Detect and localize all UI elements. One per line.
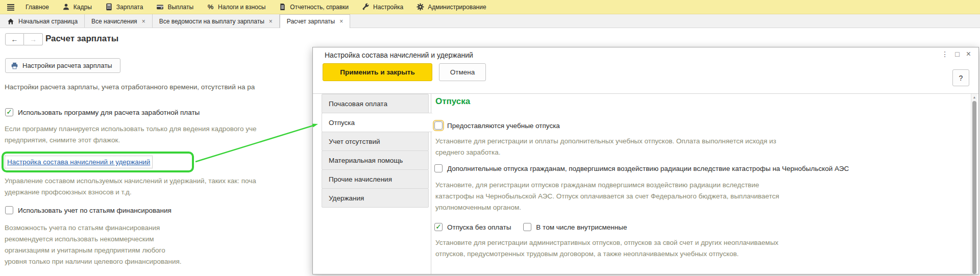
scrollbar-thumb[interactable]: [972, 101, 976, 274]
unpaid-leave-hint: Установите для регистрации административ…: [435, 237, 778, 260]
scroll-up-icon[interactable]: ▲: [971, 95, 977, 99]
sidebar-tab-label: Отпуска: [329, 119, 355, 127]
tab-bar: Начальная страница Все начисления × Все …: [0, 14, 980, 28]
hint-line: уполномоченным органом.: [435, 202, 779, 213]
unpaid-leave-group: ✓ Отпуска без оплаты: [434, 223, 511, 231]
printer-icon: [11, 62, 18, 69]
calculator-icon: [105, 3, 113, 11]
tab-label: Начальная страница: [18, 18, 78, 25]
menu-item-label: Администрирование: [428, 4, 486, 11]
menu-item-administrirovanie[interactable]: Администрирование: [410, 0, 493, 14]
people-icon: [62, 3, 70, 11]
home-icon: [7, 17, 14, 25]
composition-settings-link[interactable]: Настройка состава начислений и удержаний: [7, 158, 150, 166]
composition-settings-dialog: Настройка состава начислений и удержаний…: [312, 47, 979, 274]
help-button[interactable]: ?: [952, 69, 969, 86]
apply-and-close-button[interactable]: Применить и закрыть: [323, 63, 432, 81]
help-icon: ?: [959, 74, 963, 82]
use-program-checkbox[interactable]: ✓: [5, 108, 13, 116]
study-leave-checkbox[interactable]: [434, 121, 443, 130]
tab-home[interactable]: Начальная страница: [0, 14, 85, 28]
financing-label: Использовать учет по статьям финансирова…: [18, 207, 172, 214]
intrashift-checkbox[interactable]: [523, 223, 531, 231]
sidebar-tab-materialnaya-pomosch[interactable]: Материальная помощь: [322, 150, 429, 170]
cancel-button[interactable]: Отмена: [439, 63, 486, 81]
use-program-label: Использовать программу для расчета зараб…: [18, 109, 200, 116]
menu-item-otchetnost[interactable]: Отчетность, справки: [272, 0, 355, 14]
maximize-icon[interactable]: □: [955, 51, 959, 58]
close-icon[interactable]: ×: [966, 50, 971, 58]
link-hint: Управление составом используемых начисле…: [5, 175, 256, 198]
hint-line: Установите, для регистрации отпусков гра…: [435, 180, 779, 191]
hint-line: Возможность учета по статьям финансирова…: [5, 222, 182, 234]
tab-raschet-zarplaty[interactable]: Расчет зарплаты ×: [280, 14, 350, 28]
menu-item-label: Налоги и взносы: [218, 4, 265, 11]
forward-button[interactable]: →: [24, 33, 43, 45]
tab-label: Расчет зарплаты: [287, 18, 335, 25]
sidebar-tab-otpuska[interactable]: Отпуска: [322, 113, 432, 132]
tab-label: Все ведомости на выплату зарплаты: [159, 18, 264, 25]
sidebar-tab-prochie-nachisleniya[interactable]: Прочие начисления: [322, 169, 429, 189]
hint-line: Управление составом используемых начисле…: [5, 175, 256, 187]
main-menu-button[interactable]: [2, 0, 19, 14]
dialog-scrollbar[interactable]: ▲: [971, 94, 977, 274]
unpaid-leave-checkbox[interactable]: ✓: [434, 223, 443, 231]
menu-item-kadry[interactable]: Кадры: [56, 0, 99, 14]
menu-item-label: Отчетность, справки: [290, 4, 349, 11]
hint-line: рекомендуется использовать некоммерчески…: [5, 234, 182, 245]
hint-line: Установите для регистрации административ…: [435, 237, 778, 248]
menu-item-zarplata[interactable]: Зарплата: [99, 0, 150, 14]
menu-item-label: Кадры: [74, 4, 92, 11]
menu-item-label: Главное: [26, 4, 49, 11]
financing-checkbox[interactable]: [5, 206, 13, 214]
top-menu-bar: Главное Кадры Зарплата Выплаты % Налоги …: [0, 0, 980, 14]
kebab-menu-icon[interactable]: ⋮: [941, 51, 948, 58]
back-icon: ←: [11, 35, 18, 43]
sidebar-tab-label: Удержания: [329, 194, 364, 202]
panel-heading: Отпуска: [435, 96, 470, 107]
hamburger-icon: [7, 3, 14, 11]
sidebar-tab-pochasovaya[interactable]: Почасовая оплата: [322, 94, 429, 113]
sidebar-tab-uderzhaniya[interactable]: Удержания: [322, 188, 429, 208]
salary-settings-button[interactable]: Настройки расчета зарплаты: [5, 58, 120, 73]
study-leave-label: Предоставляются учебные отпуска: [447, 122, 560, 130]
report-icon: [279, 3, 286, 11]
sidebar-tab-uchet-otsutstviy[interactable]: Учет отсутствий: [322, 132, 429, 151]
hint-line: уровня только при наличии целевого финан…: [5, 256, 182, 267]
dialog-title: Настройка состава начислений и удержаний: [325, 51, 473, 59]
sidebar-tab-label: Почасовая оплата: [329, 100, 387, 108]
financing-row: Использовать учет по статьям финансирова…: [5, 206, 172, 214]
chernobyl-leave-checkbox[interactable]: [434, 164, 443, 172]
app-window: Главное Кадры Зарплата Выплаты % Налоги …: [0, 0, 980, 276]
financing-hint: Возможность учета по статьям финансирова…: [5, 222, 182, 267]
back-button[interactable]: ←: [5, 33, 24, 45]
check-icon: ✓: [6, 108, 12, 115]
percent-icon: %: [207, 3, 214, 11]
close-icon[interactable]: ×: [142, 18, 145, 25]
forward-icon: →: [30, 35, 37, 43]
intro-text: Настройки расчета зарплаты, учета отрабо…: [5, 83, 255, 91]
use-program-hint: Если программу планируется использовать …: [5, 123, 257, 146]
menu-item-label: Зарплата: [116, 4, 143, 11]
chernobyl-leave-hint: Установите, для регистрации отпусков гра…: [435, 180, 779, 213]
menu-item-label: Выплаты: [167, 4, 193, 11]
sidebar-tab-label: Материальная помощь: [329, 157, 403, 164]
menu-item-nalogi[interactable]: % Налоги и взносы: [200, 0, 272, 14]
menu-item-glavnoe[interactable]: Главное: [19, 0, 56, 14]
study-leave-hint: Установите для регистрации и оплаты допо…: [435, 136, 776, 158]
dialog-sidebar: Почасовая оплата Отпуска Учет отсутствий…: [322, 94, 432, 208]
close-icon[interactable]: ×: [339, 18, 343, 25]
wallet-icon: [156, 3, 164, 11]
hint-line: Если программу планируется использовать …: [5, 123, 257, 135]
page-title: Расчет зарплаты: [45, 34, 118, 44]
tab-vse-vedomosti[interactable]: Все ведомости на выплату зарплаты ×: [153, 14, 280, 28]
intrashift-label: В том числе внутрисменные: [536, 223, 627, 231]
hint-line: предприятия, снимите этот флажок.: [5, 135, 257, 146]
close-icon[interactable]: ×: [269, 18, 273, 25]
menu-item-vyplaty[interactable]: Выплаты: [150, 0, 200, 14]
link-wrap: Настройка состава начислений и удержаний: [7, 157, 150, 166]
sidebar-tab-label: Учет отсутствий: [329, 138, 380, 145]
chernobyl-leave-row: Дополнительные отпуска гражданам, подвер…: [434, 164, 849, 172]
menu-item-nastroyka[interactable]: Настройка: [355, 0, 410, 14]
tab-vse-nachisleniya[interactable]: Все начисления ×: [85, 14, 153, 28]
